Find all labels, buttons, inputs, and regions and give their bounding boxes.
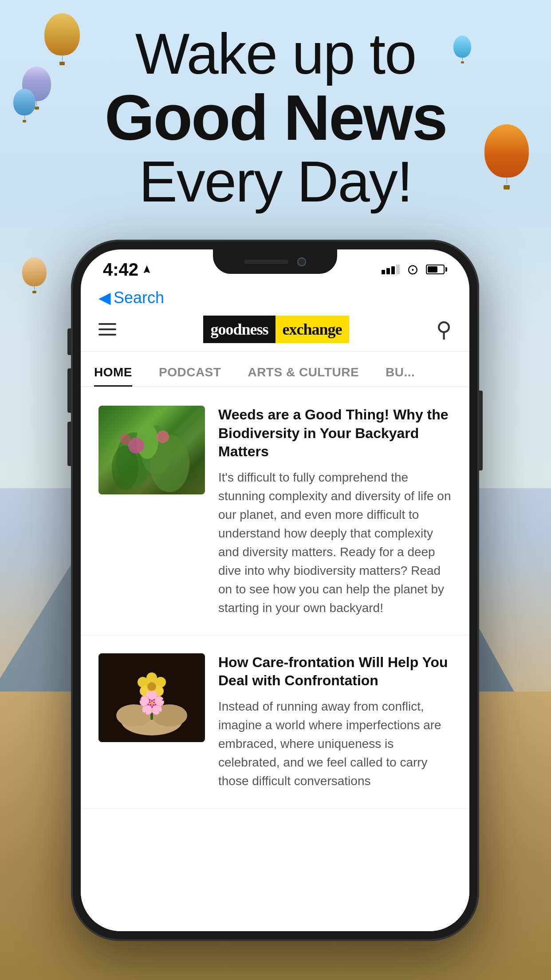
article-image-1 xyxy=(98,406,205,494)
svg-rect-12 xyxy=(150,689,153,720)
app-header: goodness exchange ⚲ xyxy=(81,307,469,352)
side-button-volume-up xyxy=(67,368,71,413)
status-icons: ⊙ xyxy=(382,261,447,278)
tab-home-label: HOME xyxy=(94,365,132,379)
hamburger-line-2 xyxy=(98,328,116,330)
back-label: Search xyxy=(114,288,164,307)
wifi-icon: ⊙ xyxy=(407,261,419,278)
article-image-2 xyxy=(98,653,205,742)
notch-camera xyxy=(297,257,306,266)
signal-bar-2 xyxy=(386,268,390,274)
article-title-2: How Care-frontation Will Help You Deal w… xyxy=(218,653,452,690)
article-card-2[interactable]: How Care-frontation Will Help You Deal w… xyxy=(81,636,469,809)
article-excerpt-2: Instead of running away from conflict, i… xyxy=(218,697,452,790)
headline-line1: Wake up to xyxy=(0,22,551,86)
hamburger-line-3 xyxy=(98,334,116,336)
nav-tabs: HOME PODCAST ARTS & CULTURE BU... xyxy=(81,352,469,387)
hamburger-menu-button[interactable] xyxy=(98,323,116,336)
tab-podcast-label: PODCAST xyxy=(159,365,221,379)
location-arrow-icon xyxy=(142,265,152,274)
headline-line3: Every Day! xyxy=(0,150,551,213)
article-card-1[interactable]: Weeds are a Good Thing! Why the Biodiver… xyxy=(81,388,469,636)
article-title-1: Weeds are a Good Thing! Why the Biodiver… xyxy=(218,406,452,461)
tab-arts-culture-label: ARTS & CULTURE xyxy=(248,365,359,379)
hamburger-line-1 xyxy=(98,323,116,325)
battery-fill xyxy=(428,266,437,273)
signal-bar-4 xyxy=(396,265,400,274)
headline: Wake up to Good News Every Day! xyxy=(0,22,551,213)
notch-speaker xyxy=(244,260,288,264)
tab-arts-culture[interactable]: ARTS & CULTURE xyxy=(234,365,372,387)
svg-point-6 xyxy=(157,431,169,443)
battery xyxy=(426,265,447,274)
article-excerpt-1: It's difficult to fully comprehend the s… xyxy=(218,468,452,617)
notch xyxy=(213,249,337,274)
back-arrow-icon: ◀ xyxy=(98,288,111,307)
app-logo[interactable]: goodness exchange xyxy=(203,316,349,343)
phone-container: 4:42 ⊙ xyxy=(71,240,479,941)
svg-point-19 xyxy=(147,682,156,691)
status-time: 4:42 xyxy=(103,260,152,280)
phone-screen: 4:42 ⊙ xyxy=(81,249,469,931)
svg-point-11 xyxy=(152,704,187,727)
side-button-volume-down xyxy=(67,422,71,466)
article-thumbnail-weeds xyxy=(98,406,205,494)
balloon-6 xyxy=(22,257,47,293)
signal-bars xyxy=(382,265,400,274)
svg-point-7 xyxy=(120,434,130,444)
battery-tip xyxy=(445,267,447,272)
svg-point-15 xyxy=(138,677,148,688)
tab-podcast[interactable]: PODCAST xyxy=(146,365,234,387)
battery-body xyxy=(426,265,445,274)
signal-bar-1 xyxy=(382,270,385,274)
time-display: 4:42 xyxy=(103,260,138,280)
article-thumbnail-flower xyxy=(98,653,205,742)
tab-home[interactable]: HOME xyxy=(81,365,146,387)
svg-point-5 xyxy=(128,438,144,454)
tab-more-label: BU... xyxy=(386,365,415,379)
signal-bar-3 xyxy=(391,266,395,274)
back-navigation[interactable]: ◀ Search xyxy=(98,288,164,307)
side-button-power xyxy=(479,391,483,470)
svg-point-16 xyxy=(155,677,166,688)
side-button-mute xyxy=(67,328,71,355)
svg-point-10 xyxy=(116,704,152,727)
headline-line2: Good News xyxy=(0,86,551,150)
article-text-2: How Care-frontation Will Help You Deal w… xyxy=(218,653,452,790)
phone-frame: 4:42 ⊙ xyxy=(71,240,479,941)
tab-more[interactable]: BU... xyxy=(372,365,428,387)
logo-exchange: exchange xyxy=(276,316,349,343)
article-text-1: Weeds are a Good Thing! Why the Biodiver… xyxy=(218,406,452,617)
content-area: Weeds are a Good Thing! Why the Biodiver… xyxy=(81,388,469,931)
search-button[interactable]: ⚲ xyxy=(436,317,452,342)
logo-goodness: goodness xyxy=(203,316,275,343)
